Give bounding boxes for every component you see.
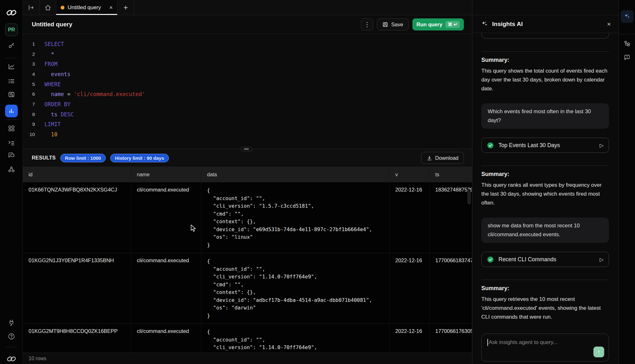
panel-tab-insights-active[interactable] [621, 10, 633, 23]
sidebar-item-integrations[interactable] [6, 164, 17, 175]
code-line[interactable]: 7 ORDER BY [23, 99, 472, 109]
cell-data-json: { "account_id": "", "cli_version": "1.5.… [207, 187, 389, 249]
status-bar: 10 rows [23, 353, 472, 364]
table-row[interactable]: 01K66TQNZA3WFBQ8XN2KXSG4CJ cli/command.e… [23, 182, 472, 253]
query-card[interactable]: Recent CLI Commands ▷ [481, 252, 609, 267]
line-number: 1 [23, 41, 35, 47]
feedback-icon [624, 54, 631, 61]
sidebar-item-plugins[interactable] [6, 317, 17, 328]
code-text: 10 [44, 131, 57, 138]
logo-icon [6, 355, 17, 363]
close-insights-button[interactable]: × [607, 21, 611, 27]
query-header: Untitled query ⋮ Save Run query ⌘ ↵ [23, 15, 472, 34]
history-limit-badge[interactable]: History limit : 90 days [110, 154, 169, 162]
app-logo [5, 6, 18, 19]
home-icon [44, 4, 51, 11]
code-text: * [44, 51, 54, 57]
tab-bar: Untitled query × + [23, 0, 472, 15]
panel-expand-icon [28, 4, 35, 11]
line-number: 7 [23, 101, 35, 107]
code-line[interactable]: 1 SELECT [23, 39, 472, 49]
save-label: Save [391, 22, 403, 28]
send-button[interactable]: ↑ [593, 347, 604, 357]
apps-grid-icon [8, 125, 15, 132]
key-icon [8, 42, 15, 49]
column-header-v[interactable]: v [390, 167, 430, 182]
code-line[interactable]: 2 * [23, 49, 472, 59]
line-chart-icon [8, 63, 15, 70]
cursor-arrow-icon [190, 224, 197, 232]
token-op: = [64, 91, 74, 97]
sidebar-item-chat[interactable] [6, 150, 17, 160]
sidebar-item-events[interactable] [6, 75, 17, 86]
tab-untitled-query[interactable]: Untitled query × [56, 0, 117, 15]
sidebar-divider [6, 120, 17, 120]
cell-v: 2022-12-16 [390, 253, 430, 323]
line-number: 8 [23, 112, 35, 117]
column-header-name[interactable]: name [131, 167, 201, 182]
pane-splitter-handle[interactable] [240, 147, 252, 151]
terminal-list-icon [8, 139, 15, 146]
plug-icon [8, 319, 15, 327]
results-toolbar: RESULTS Row limit : 1000 History limit :… [23, 149, 472, 167]
more-options-button[interactable]: ⋮ [361, 18, 373, 30]
code-text: name = 'cli/command.executed' [44, 91, 145, 97]
sql-editor[interactable]: 1 SELECT 2 * 3 FROM 4 events 5 WHERE 6 n… [23, 34, 472, 149]
sidebar-item-help[interactable] [6, 331, 17, 342]
column-header-id[interactable]: id [23, 167, 131, 182]
workspace-badge[interactable]: PR [5, 23, 18, 36]
sidebar-divider [6, 58, 17, 58]
tab-close-button[interactable]: × [109, 4, 113, 10]
check-icon [487, 256, 494, 263]
new-tab-button[interactable]: + [117, 0, 134, 15]
save-button[interactable]: Save [377, 18, 409, 30]
cell-data: { "account_id": "", "cli_version": "1.14… [201, 253, 390, 323]
sidebar-item-sql-active[interactable] [5, 105, 18, 117]
code-line[interactable]: 6 name = 'cli/command.executed' [23, 89, 472, 99]
table-row[interactable]: 01KGG2N1J3Y0ENP1R4F1335BNH cli/command.e… [23, 253, 472, 324]
row-limit-badge[interactable]: Row limit : 1000 [60, 154, 106, 162]
home-button[interactable] [40, 0, 56, 15]
code-line[interactable]: 10 10 [23, 129, 472, 140]
sidebar-item-trends[interactable] [6, 61, 17, 72]
table-row[interactable]: 01KGG2MT9H8H8CCDQ0ZK16BEPP cli/command.e… [23, 324, 472, 353]
token-str: 'cli/command.executed' [74, 91, 145, 97]
line-number: 9 [23, 121, 35, 127]
summary-text: This query shows the total count of even… [481, 67, 609, 93]
input-caret [487, 339, 488, 346]
user-message-bubble: show me data from the most recent 10 cli… [481, 218, 609, 243]
code-text: events [44, 71, 70, 77]
input-placeholder: Ask insights agent to query... [489, 339, 558, 345]
code-line[interactable]: 4 events [23, 69, 472, 79]
code-line[interactable]: 3 FROM [23, 59, 472, 69]
panel-tab-feedback[interactable] [621, 53, 633, 62]
table-scrollbar-thumb[interactable] [468, 189, 471, 204]
line-number: 5 [23, 81, 35, 87]
insights-input[interactable]: Ask insights agent to query... ↑ [481, 334, 609, 361]
collapse-sidebar-button[interactable] [23, 0, 40, 15]
column-header-ts[interactable]: ts [430, 167, 472, 182]
query-card[interactable]: Top Events Last 30 Days ▷ [481, 138, 609, 153]
play-icon[interactable]: ▷ [600, 142, 604, 148]
cell-id: 01KGG2N1J3Y0ENP1R4F1335BNH [23, 253, 131, 323]
insights-blocks: Summary: This query shows the total coun… [481, 33, 609, 322]
sidebar-item-keys[interactable] [6, 40, 17, 51]
play-icon[interactable]: ▷ [600, 257, 604, 263]
code-line[interactable]: 5 WHERE [23, 79, 472, 89]
token-ident: events [44, 71, 70, 77]
code-line[interactable]: 8 ts DESC [23, 109, 472, 120]
run-query-button[interactable]: Run query ⌘ ↵ [412, 18, 464, 30]
line-number: 4 [23, 71, 35, 77]
token-kw: DESC [61, 111, 74, 118]
sidebar-item-console[interactable] [6, 137, 17, 148]
sidebar-item-explore[interactable] [6, 89, 17, 100]
code-text: WHERE [44, 81, 61, 88]
card-label: Recent CLI Commands [498, 256, 556, 263]
results-table-body: 01K66TQNZA3WFBQ8XN2KXSG4CJ cli/command.e… [23, 182, 472, 353]
panel-tab-schema[interactable] [621, 39, 633, 48]
download-button[interactable]: Download [421, 152, 464, 164]
column-header-data[interactable]: data [201, 167, 390, 182]
sidebar-item-apps[interactable] [6, 123, 17, 134]
code-line[interactable]: 9 LIMIT [23, 120, 472, 130]
query-actions: ⋮ Save Run query ⌘ ↵ [361, 18, 464, 30]
